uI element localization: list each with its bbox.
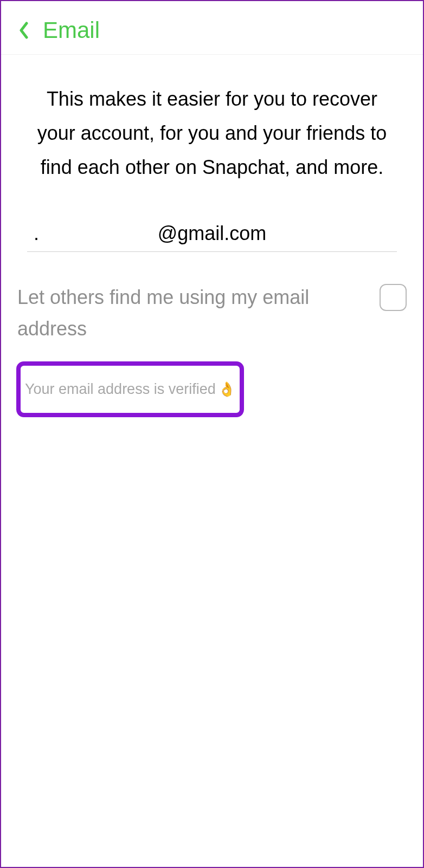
page-title: Email [43, 17, 100, 43]
ok-hand-icon: 👌 [218, 381, 235, 398]
find-me-toggle-row: Let others find me using my email addres… [17, 282, 407, 344]
back-chevron-icon[interactable] [18, 22, 29, 39]
email-field-container: . @gmail.com [17, 222, 407, 252]
header: Email [1, 1, 423, 55]
verified-highlight-box: Your email address is verified 👌 [16, 361, 244, 417]
email-partial-dot: . [34, 222, 39, 245]
find-me-label: Let others find me using my email addres… [17, 282, 369, 344]
email-input[interactable]: . @gmail.com [27, 222, 397, 252]
content-area: This makes it easier for you to recover … [1, 55, 423, 417]
verified-status-text: Your email address is verified [25, 381, 216, 398]
find-me-checkbox[interactable] [380, 284, 407, 311]
email-value: @gmail.com [158, 222, 267, 244]
description-text: This makes it easier for you to recover … [17, 82, 407, 184]
